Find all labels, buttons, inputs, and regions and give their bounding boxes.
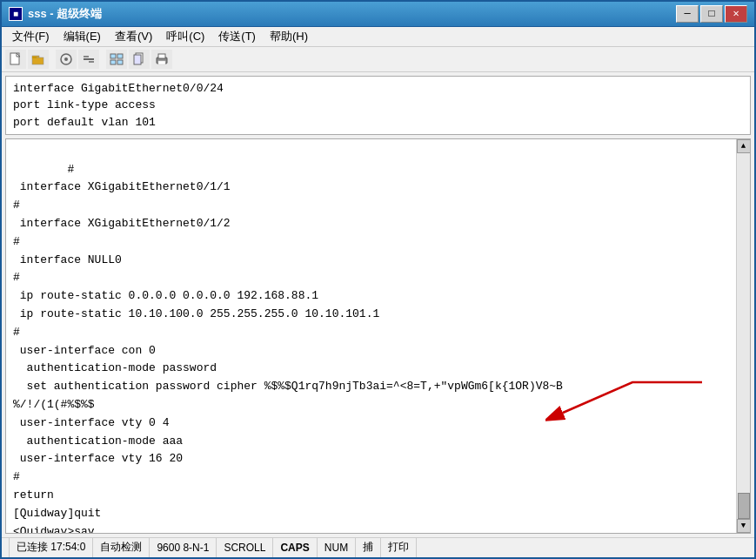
- status-baud: 9600 8-N-1: [150, 538, 217, 557]
- window-frame: ■ sss - 超级终端 — □ ✕ 文件(F) 编辑(E) 查看(V) 呼叫(…: [0, 0, 756, 559]
- scroll-down-arrow[interactable]: ▼: [737, 519, 751, 533]
- terminal-scrollbar[interactable]: ▲ ▼: [736, 139, 750, 533]
- term-line-3: #: [13, 199, 20, 212]
- top-content: interface GigabitEthernet0/0/24 port lin…: [5, 76, 751, 135]
- menu-edit[interactable]: 编辑(E): [57, 27, 108, 46]
- svg-rect-17: [158, 61, 165, 64]
- window-title: sss - 超级终端: [28, 6, 102, 22]
- term-line-20: [Quidway]quit: [13, 507, 101, 520]
- terminal-content[interactable]: # interface XGigabitEthernet0/1/1 # inte…: [6, 139, 736, 533]
- term-line-19: return: [13, 488, 54, 502]
- main-area: interface GigabitEthernet0/0/24 port lin…: [2, 72, 754, 537]
- status-auto-detect: 自动检测: [93, 538, 150, 557]
- status-print: 打印: [381, 538, 417, 557]
- scroll-thumb[interactable]: [738, 493, 750, 519]
- term-line-15: user-interface vty 0 4: [13, 416, 169, 429]
- term-line-6: interface NULL0: [13, 253, 122, 266]
- term-line-2: interface XGigabitEthernet0/1/1: [13, 180, 231, 193]
- term-line-12: authentication-mode password: [13, 361, 217, 374]
- term-line-4: interface XGigabitEthernet0/1/2: [13, 217, 231, 230]
- top-line-2: port link-type access: [13, 98, 156, 111]
- app-icon: ■: [9, 7, 23, 21]
- top-line-3: port default vlan 101: [13, 116, 156, 129]
- term-line-11: user-interface con 0: [13, 344, 156, 357]
- term-line-7: #: [13, 271, 20, 284]
- status-num: NUM: [318, 538, 356, 557]
- terminal-area[interactable]: # interface XGigabitEthernet0/1/1 # inte…: [5, 138, 751, 534]
- svg-point-5: [64, 57, 68, 61]
- term-line-18: #: [13, 470, 20, 483]
- menu-help[interactable]: 帮助(H): [263, 27, 315, 46]
- menu-bar: 文件(F) 编辑(E) 查看(V) 呼叫(C) 传送(T) 帮助(H): [2, 27, 754, 47]
- scroll-track[interactable]: [737, 153, 750, 519]
- menu-transfer[interactable]: 传送(T): [211, 27, 263, 46]
- svg-rect-16: [158, 54, 165, 58]
- status-capture: 捕: [356, 538, 381, 557]
- term-line-17: user-interface vty 16 20: [13, 452, 183, 465]
- svg-rect-11: [110, 60, 116, 64]
- term-line-16: authentication-mode aaa: [13, 434, 183, 448]
- window-controls: — □ ✕: [676, 5, 747, 23]
- term-line-21: <Quidway>sav: [13, 525, 95, 533]
- menu-file[interactable]: 文件(F): [5, 27, 57, 46]
- connect-button[interactable]: [56, 50, 77, 69]
- menu-view[interactable]: 查看(V): [108, 27, 159, 46]
- status-bar: 已连接 17:54:0 自动检测 9600 8-N-1 SCROLL CAPS …: [2, 537, 754, 557]
- top-line-1: interface GigabitEthernet0/0/24: [13, 82, 224, 95]
- term-line-10: #: [13, 326, 20, 339]
- new-button[interactable]: [5, 50, 26, 69]
- term-line-5: #: [13, 235, 20, 248]
- restore-button[interactable]: □: [700, 5, 723, 23]
- disconnect-button[interactable]: [78, 50, 99, 69]
- scroll-up-arrow[interactable]: ▲: [737, 139, 751, 153]
- term-line-14: %/!/(1(#%$%$: [13, 398, 95, 411]
- status-connected: 已连接 17:54:0: [9, 538, 93, 557]
- title-bar: ■ sss - 超级终端 — □ ✕: [2, 2, 754, 27]
- properties-button[interactable]: [106, 50, 127, 69]
- title-bar-left: ■ sss - 超级终端: [9, 6, 102, 22]
- status-caps: CAPS: [273, 538, 317, 557]
- term-line-1: #: [67, 163, 74, 176]
- svg-rect-10: [117, 54, 123, 58]
- menu-call[interactable]: 呼叫(C): [159, 27, 211, 46]
- status-scroll: SCROLL: [217, 538, 273, 557]
- term-line-9: ip route-static 10.10.100.0 255.255.255.…: [13, 307, 379, 320]
- print-button[interactable]: [151, 50, 172, 69]
- term-line-13: set authentication password cipher %$%$Q…: [13, 380, 563, 393]
- copy-paste-button[interactable]: [129, 50, 150, 69]
- svg-rect-12: [117, 60, 123, 64]
- term-line-8: ip route-static 0.0.0.0 0.0.0.0 192.168.…: [13, 289, 318, 302]
- svg-rect-9: [110, 54, 116, 58]
- open-button[interactable]: [28, 50, 49, 69]
- svg-rect-14: [134, 55, 141, 64]
- svg-rect-3: [32, 57, 37, 58]
- toolbar: [2, 47, 754, 72]
- svg-rect-2: [32, 57, 43, 64]
- close-button[interactable]: ✕: [725, 5, 747, 23]
- minimize-button[interactable]: —: [676, 5, 699, 23]
